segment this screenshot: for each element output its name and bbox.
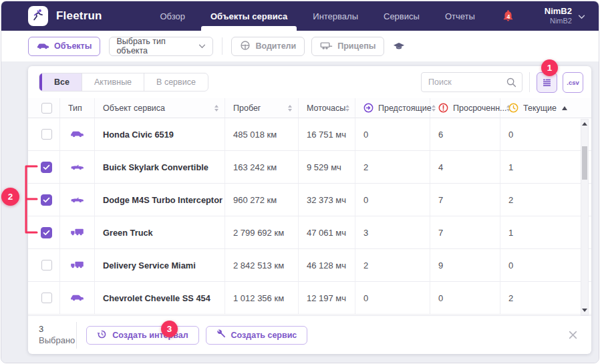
table-row[interactable]: Buick Skylark Convertible 163 242 км 9 5… xyxy=(28,151,591,184)
column-overdue[interactable]: Просроченн... xyxy=(430,98,500,118)
create-interval-button[interactable]: Создать интервал xyxy=(86,326,198,345)
export-csv-button[interactable]: .csv xyxy=(563,72,583,93)
table-row[interactable]: Chevrolet Chevelle SS 454 1 012 356 км 1… xyxy=(28,282,591,315)
clock-icon xyxy=(508,103,518,113)
overdue-count: 4 xyxy=(430,151,500,183)
object-name[interactable]: Honda Civic 6519 xyxy=(95,118,225,150)
scroll-down-icon[interactable] xyxy=(582,309,587,312)
objects-button[interactable]: Объекты xyxy=(28,37,100,56)
table-row[interactable]: Dodge M4S Turbo Interceptor 960 272 км 3… xyxy=(28,184,591,216)
search-input[interactable] xyxy=(428,77,502,87)
row-checkbox[interactable] xyxy=(41,194,52,206)
sort-icon[interactable] xyxy=(288,105,292,112)
truck-icon xyxy=(70,260,84,271)
overdue-count: 7 xyxy=(430,216,500,248)
selected-label: Выбрано xyxy=(39,335,75,347)
object-name[interactable]: Dodge M4S Turbo Interceptor xyxy=(95,184,225,216)
tab-all[interactable]: Все xyxy=(39,73,82,91)
objects-table: Тип Объект сервиса Пробег Моточасы xyxy=(28,98,591,315)
row-checkbox[interactable] xyxy=(41,227,52,238)
notifications-bell-icon[interactable]: 4 xyxy=(502,9,515,23)
divider xyxy=(222,37,222,55)
table-row[interactable]: Delivery Service Miami 2 842 513 км 46 1… xyxy=(28,249,591,282)
column-current[interactable]: Текущие xyxy=(500,98,574,118)
column-object[interactable]: Объект сервиса xyxy=(95,98,225,118)
nav-service-objects[interactable]: Объекты сервиса xyxy=(210,1,287,31)
list-icon xyxy=(542,77,552,87)
tab-active[interactable]: Активные xyxy=(82,73,144,91)
close-icon[interactable] xyxy=(568,330,578,340)
user-account: NimB2 xyxy=(545,17,572,26)
tab-in-service[interactable]: В сервисе xyxy=(144,73,208,91)
object-name[interactable]: Delivery Service Miami xyxy=(95,249,225,281)
row-checkbox[interactable] xyxy=(41,162,52,173)
column-upcoming[interactable]: Предстоящие xyxy=(355,98,430,118)
mileage-value: 2 842 513 км xyxy=(225,249,299,281)
search-box xyxy=(421,72,522,92)
convertible-icon xyxy=(70,162,84,172)
current-count: 2 xyxy=(500,184,574,216)
column-mileage[interactable]: Пробег xyxy=(225,98,299,118)
mileage-value: 163 242 км xyxy=(225,151,299,183)
current-count: 0 xyxy=(500,249,574,281)
divider xyxy=(76,322,77,349)
row-checkbox[interactable] xyxy=(41,293,52,303)
car-icon xyxy=(37,41,49,51)
engine-hours-value: 12 197 мч xyxy=(299,282,355,314)
upcoming-count: 2 xyxy=(355,151,430,183)
scrollbar-thumb[interactable] xyxy=(582,146,587,180)
divider xyxy=(529,72,530,92)
fleetrun-logo[interactable] xyxy=(28,6,48,26)
row-checkbox[interactable] xyxy=(41,260,52,270)
drivers-button[interactable]: Водители xyxy=(231,37,305,56)
trailer-icon xyxy=(320,41,333,52)
overdue-count: 6 xyxy=(430,118,500,150)
scroll-up-icon[interactable] xyxy=(582,122,587,126)
sort-icon[interactable] xyxy=(214,105,218,112)
mileage-value: 1 012 356 км xyxy=(225,282,299,314)
create-service-button[interactable]: Создать сервис xyxy=(206,326,308,345)
nav-services[interactable]: Сервисы xyxy=(384,1,420,31)
object-name[interactable]: Green Truck xyxy=(95,216,225,248)
convertible-icon xyxy=(70,194,84,205)
object-name[interactable]: Buick Skylark Convertible xyxy=(95,151,225,183)
overdue-count: 7 xyxy=(430,184,500,216)
current-count: 1 xyxy=(500,216,574,248)
car-icon xyxy=(70,293,84,303)
nav-reports[interactable]: Отчеты xyxy=(445,1,475,31)
status-tabs: Все Активные В сервисе xyxy=(39,73,208,92)
chevron-down-icon xyxy=(578,10,585,22)
sort-ascending-icon[interactable] xyxy=(562,106,567,110)
nav-overview[interactable]: Обзор xyxy=(160,1,185,31)
table-row[interactable]: Green Truck 2 799 692 км 47 061 мч 3 7 1 xyxy=(28,216,591,249)
select-all-checkbox[interactable] xyxy=(41,103,52,114)
main-nav: Обзор Объекты сервиса Интервалы Сервисы … xyxy=(160,1,474,31)
top-bar: Fleetrun Обзор Объекты сервиса Интервалы… xyxy=(1,1,599,31)
overdue-count: 0 xyxy=(430,282,500,314)
engine-hours-value: 47 061 мч xyxy=(299,216,355,248)
engine-hours-value: 32 373 мч xyxy=(299,184,355,216)
vertical-scrollbar[interactable] xyxy=(581,119,589,315)
column-engine-hours[interactable]: Моточасы xyxy=(299,98,355,118)
current-count: 1 xyxy=(500,151,574,183)
trailers-button[interactable]: Прицепы xyxy=(311,37,384,56)
selection-footer: 3 Выбрано Создать интервал xyxy=(28,315,591,354)
exclamation-circle-icon xyxy=(438,103,448,113)
mileage-value: 960 272 км xyxy=(225,184,299,216)
selected-count: 3 xyxy=(39,324,75,335)
current-count: 0 xyxy=(500,118,574,150)
car-icon xyxy=(70,129,84,140)
upcoming-count: 0 xyxy=(355,118,430,150)
user-name: NimB2 xyxy=(545,6,572,17)
object-type-select[interactable]: Выбрать тип объекта xyxy=(109,37,213,56)
object-name[interactable]: Chevrolet Chevelle SS 454 xyxy=(95,282,225,314)
nav-intervals[interactable]: Интервалы xyxy=(313,1,358,31)
engine-hours-value: 16 751 мч xyxy=(299,118,355,150)
table-row[interactable]: Honda Civic 6519 485 018 км 16 751 мч 0 … xyxy=(28,118,591,151)
mileage-value: 485 018 км xyxy=(225,118,299,150)
graduation-cap-icon[interactable] xyxy=(393,42,405,51)
column-type[interactable]: Тип xyxy=(60,98,95,118)
sort-icon[interactable] xyxy=(345,105,349,112)
row-checkbox[interactable] xyxy=(41,129,52,140)
user-menu[interactable]: NimB2 NimB2 xyxy=(545,6,585,26)
